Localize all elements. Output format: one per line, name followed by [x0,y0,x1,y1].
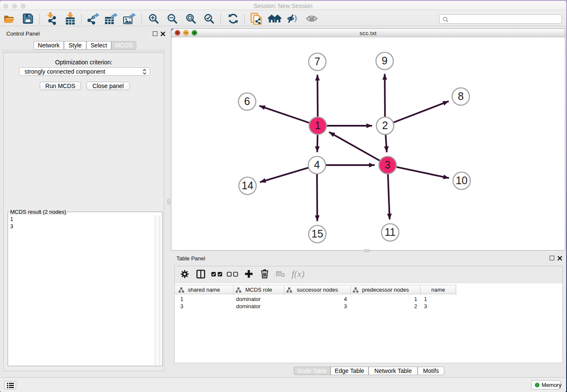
svg-text:7: 7 [314,55,320,67]
svg-text:9: 9 [382,55,388,66]
svg-text:4: 4 [314,159,320,171]
svg-text:15: 15 [311,228,323,240]
svg-text:10: 10 [456,174,468,186]
svg-text:11: 11 [385,226,396,238]
svg-text:14: 14 [242,179,253,191]
svg-text:2: 2 [382,119,388,131]
svg-text:6: 6 [244,95,250,107]
svg-text:8: 8 [458,90,464,102]
svg-text:1: 1 [315,119,321,131]
svg-text:3: 3 [385,159,391,171]
